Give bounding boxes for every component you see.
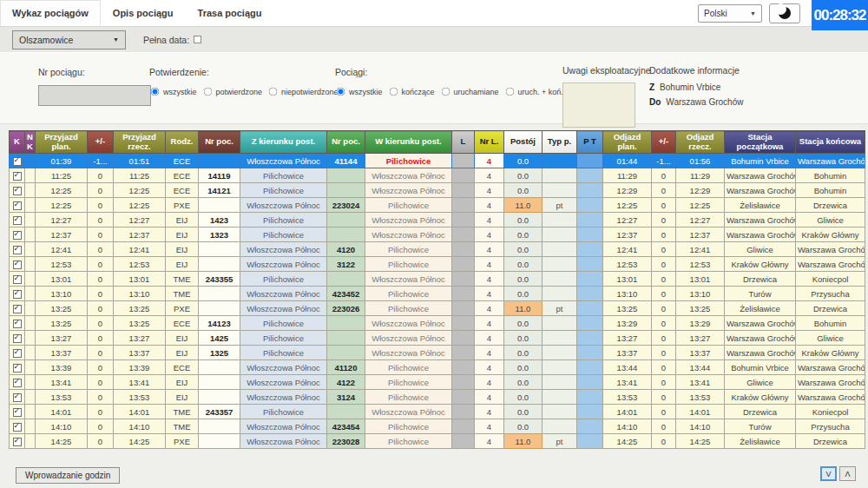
table-row[interactable]: 13:39013:39ECEWłoszczowa Północ41120Pili…	[10, 360, 865, 375]
cell-przyjazd-plan: 14:10	[36, 419, 88, 434]
cell-przyjazd-rzecz: 12:37	[114, 228, 166, 242]
row-checkbox[interactable]	[13, 438, 22, 446]
cell-w-kierunku-post: Włoszczowa Północ	[365, 272, 452, 287]
cell-stacja-poczatkowa: Żelisławice	[725, 198, 796, 213]
table-row[interactable]: 13:10013:10TMEWłoszczowa Północ423452Pil…	[10, 287, 865, 301]
row-checkbox[interactable]	[13, 216, 22, 225]
row-checkbox[interactable]	[13, 275, 22, 284]
train-number-input[interactable]	[38, 85, 151, 106]
cell-k	[10, 375, 25, 390]
row-checkbox[interactable]	[13, 305, 22, 313]
table-row[interactable]: 13:25013:25ECE14123PilichowiceWłoszczowa…	[10, 316, 865, 331]
radio-option-niepotwierdzone[interactable]: niepotwierdzone	[267, 86, 339, 97]
cell-rodz: PXE	[166, 301, 199, 316]
tab-trasa-pociagu[interactable]: Trasa pociągu	[186, 0, 274, 26]
cell-odjazd-plan: 13:25	[603, 301, 652, 316]
table-row[interactable]: 12:25012:25PXEWłoszczowa Północ223024Pil…	[10, 198, 865, 213]
radio-option-wszystkie[interactable]: wszystkie	[335, 86, 383, 97]
cell-p-t	[577, 213, 603, 228]
table-row[interactable]: 14:01014:01TME243357PilichowiceWłoszczow…	[10, 405, 865, 419]
station-select[interactable]: Olszamowice ▼	[12, 30, 126, 49]
cell-p-t	[577, 419, 603, 434]
scroll-down-button[interactable]: V	[820, 466, 837, 481]
night-mode-button[interactable]	[769, 3, 800, 23]
row-checkbox[interactable]	[13, 172, 22, 181]
row-checkbox[interactable]	[13, 290, 22, 299]
cell-przyjazd-roznica: 0	[88, 375, 114, 390]
table-row[interactable]: 13:37013:37EIJ1325PilichowiceWłoszczowa …	[10, 346, 865, 360]
row-checkbox[interactable]	[13, 231, 22, 240]
row-checkbox[interactable]	[13, 423, 22, 432]
cell-w-kierunku-post: Pilichowice	[365, 242, 452, 257]
radio-option-uruchamiane[interactable]: uruchamiane	[440, 86, 499, 97]
row-checkbox[interactable]	[13, 157, 22, 166]
cell-przyjazd-roznica: 0	[88, 419, 114, 434]
table-row[interactable]: 14:10014:10TMEWłoszczowa Północ423454Pil…	[10, 419, 865, 434]
cell-nr-l: 4	[475, 434, 504, 449]
tab-wykaz-pociagow[interactable]: Wykaz pociągów	[0, 0, 101, 26]
cell-odjazd-plan: 13:10	[603, 287, 652, 301]
table-row[interactable]: 13:53013:53EIJWłoszczowa Północ3124Pilic…	[10, 390, 865, 405]
radio-uruchamiane[interactable]	[441, 88, 450, 96]
tab-opis-pociagu[interactable]: Opis pociągu	[101, 0, 186, 26]
cell-nr-poc-w	[327, 316, 365, 331]
row-checkbox[interactable]	[13, 408, 22, 417]
full-date-checkbox[interactable]	[194, 36, 201, 43]
row-checkbox[interactable]	[13, 260, 22, 269]
radio-option-wszystkie[interactable]: wszystkie	[149, 86, 197, 97]
cell-odjazd-plan: 12:37	[603, 228, 652, 242]
row-checkbox[interactable]	[13, 246, 22, 254]
cell-stacja-poczatkowa: Kraków Główny	[725, 390, 796, 405]
table-row[interactable]: 13:41013:41EIJWłoszczowa Północ4122Pilic…	[10, 375, 865, 390]
table-row[interactable]: 01:39-1...01:51ECEWłoszczowa Północ41144…	[10, 154, 865, 168]
table-row[interactable]: 13:01013:01TME243355PilichowiceWłoszczow…	[10, 272, 865, 287]
radio-option-potwierdzone[interactable]: potwierdzone	[202, 86, 263, 97]
cell-nr-poc-z: 243357	[199, 405, 240, 419]
cell-typ-p	[542, 375, 577, 390]
table-row[interactable]: 12:37012:37EIJ1323PilichowiceWłoszczowa …	[10, 228, 865, 242]
row-checkbox[interactable]	[13, 379, 22, 387]
table-row[interactable]: 13:27013:27EIJ1425PilichowiceWłoszczowa …	[10, 331, 865, 346]
row-checkbox[interactable]	[13, 187, 22, 195]
table-row[interactable]: 12:25012:25ECE14121PilichowiceWłoszczowa…	[10, 183, 865, 198]
operational-notes-textarea[interactable]	[562, 82, 635, 128]
radio-uruch-koń[interactable]	[505, 88, 514, 96]
radio-kończące[interactable]	[389, 88, 398, 96]
table-row[interactable]: 14:25014:25PXEWłoszczowa Północ223028Pil…	[10, 434, 865, 449]
table-row[interactable]: 11:25011:25ECE14119PilichowiceWłoszczowa…	[10, 168, 865, 183]
table-row[interactable]: 12:53012:53EIJWłoszczowa Północ3122Pilic…	[10, 257, 865, 272]
table-row[interactable]: 12:41012:41EIJWłoszczowa Północ4120Pilic…	[10, 242, 865, 257]
cell-l	[452, 405, 475, 419]
row-checkbox[interactable]	[13, 364, 22, 373]
language-select[interactable]: Polski ▼	[698, 4, 762, 23]
row-checkbox[interactable]	[13, 349, 22, 358]
scroll-up-button[interactable]: Λ	[839, 466, 856, 481]
cell-nr-poc-w: 423452	[327, 287, 365, 301]
cell-odjazd-rzecz: 14:10	[676, 419, 725, 434]
cell-nr-poc-z	[199, 375, 240, 390]
cell-p-t	[577, 434, 603, 449]
row-checkbox[interactable]	[13, 320, 22, 328]
radio-option-kończące[interactable]: kończące	[388, 86, 435, 97]
row-checkbox[interactable]	[13, 334, 22, 343]
table-row[interactable]: 13:25013:25PXEWłoszczowa Północ223026Pil…	[10, 301, 865, 316]
radio-potwierdzone[interactable]	[203, 88, 212, 96]
cell-k	[10, 301, 25, 316]
table-row[interactable]: 12:27012:27EIJ1423PilichowiceWłoszczowa …	[10, 213, 865, 228]
cell-przyjazd-rzecz: 13:01	[114, 272, 166, 287]
cell-nr-poc-z	[199, 257, 240, 272]
cell-stacja-koncowa: Drzewica	[796, 301, 865, 316]
radio-wszystkie[interactable]	[151, 88, 160, 96]
cell-l	[452, 154, 475, 168]
train-number-label: Nr pociągu:	[38, 67, 85, 77]
row-checkbox[interactable]	[13, 201, 22, 210]
row-checkbox[interactable]	[13, 393, 22, 402]
radio-option-uruch-koń[interactable]: uruch. + koń.	[504, 86, 563, 97]
cell-odjazd-plan: 13:01	[603, 272, 652, 287]
radio-wszystkie[interactable]	[337, 88, 345, 96]
enter-times-button[interactable]: Wprowadzanie godzin	[16, 467, 120, 484]
radio-niepotwierdzone[interactable]	[269, 88, 278, 96]
cell-odjazd-plan: 13:37	[603, 346, 652, 360]
cell-z-kierunku-post: Włoszczowa Północ	[240, 154, 327, 168]
cell-z-kierunku-post: Włoszczowa Północ	[240, 375, 327, 390]
